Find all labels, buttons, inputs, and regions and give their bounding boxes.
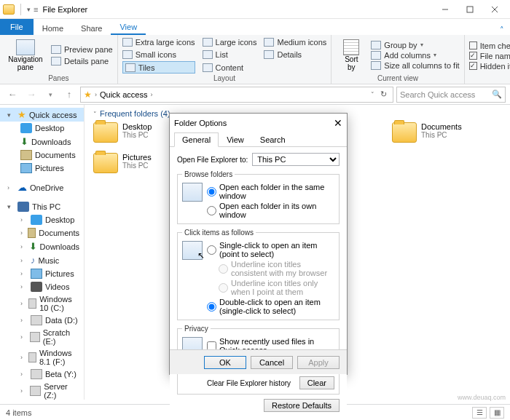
thumbnails-view-button[interactable]: ▦	[490, 407, 504, 419]
show-hide-group-label: Show/hide	[469, 75, 510, 85]
up-button[interactable]: ↑	[61, 87, 77, 103]
close-button[interactable]	[482, 1, 507, 17]
preview-pane-icon	[51, 45, 61, 54]
sort-icon	[343, 39, 359, 55]
details-view[interactable]: Details	[264, 49, 326, 60]
tree-quick-access[interactable]: ▾★Quick access	[0, 108, 84, 122]
pictures-icon	[31, 269, 42, 279]
apply-button[interactable]: Apply	[297, 356, 340, 369]
address-dropdown-icon[interactable]: ˅	[371, 91, 374, 98]
documents-icon	[28, 228, 36, 238]
tree-this-pc[interactable]: ▾This PC	[0, 200, 84, 213]
own-window-radio[interactable]: Open each folder in its own window	[207, 202, 334, 219]
extra-large-icons[interactable]: Extra large icons	[122, 36, 195, 47]
tree-pc-desktop[interactable]: ›Desktop	[0, 213, 84, 226]
pc-icon	[17, 202, 29, 212]
single-click-radio[interactable]: Single-click to open an item (point to s…	[207, 241, 334, 258]
breadcrumb[interactable]: Quick access	[100, 90, 147, 99]
tree-onedrive[interactable]: ›☁OneDrive	[0, 181, 84, 194]
search-tab[interactable]: Search	[252, 132, 294, 147]
tree-drive-d[interactable]: ›Data (D:)	[0, 314, 84, 327]
qat-menu-icon[interactable]: ≡	[34, 5, 38, 14]
tiles-view[interactable]: Tiles	[122, 61, 195, 74]
tree-pc-documents[interactable]: ›Documents	[0, 226, 84, 239]
address-bar[interactable]: ★ › Quick access › ˅ ↻	[80, 87, 393, 103]
ribbon: Navigationpane Preview pane Details pane…	[0, 35, 510, 84]
size-columns-button[interactable]: Size all columns to fit	[371, 61, 459, 70]
tree-pc-videos[interactable]: ›Videos	[0, 280, 84, 293]
tree-drive-y[interactable]: ›Beta (Y:)	[0, 368, 84, 381]
preview-pane-button[interactable]: Preview pane	[51, 45, 113, 54]
maximize-button[interactable]	[458, 1, 482, 17]
tree-desktop[interactable]: Desktop	[0, 122, 84, 135]
open-to-label: Open File Explorer to:	[177, 156, 248, 164]
small-icons[interactable]: Small icons	[122, 49, 195, 60]
large-icons[interactable]: Large icons	[203, 36, 257, 47]
medium-icons[interactable]: Medium icons	[264, 36, 326, 47]
collapse-ribbon-icon[interactable]: ˄	[494, 25, 510, 35]
details-view-button[interactable]: ☰	[472, 407, 487, 419]
general-tab[interactable]: General	[174, 132, 219, 147]
tree-pc-music[interactable]: ›♪Music	[0, 253, 84, 267]
recent-locations-button[interactable]: ▾	[42, 87, 58, 103]
item-checkboxes-toggle[interactable]: Item check boxes	[469, 41, 510, 50]
back-button[interactable]: ←	[4, 87, 20, 103]
folder-item[interactable]: DocumentsThis PC	[392, 122, 501, 143]
drive-icon	[28, 298, 36, 309]
tree-pc-pictures[interactable]: ›Pictures	[0, 267, 84, 280]
tree-pictures[interactable]: Pictures	[0, 162, 84, 175]
drive-icon	[31, 315, 42, 325]
tree-drive-c[interactable]: ›Windows 10 (C:)	[0, 293, 84, 314]
sort-by-button[interactable]: Sortby	[336, 36, 366, 74]
cancel-button[interactable]: Cancel	[251, 356, 293, 369]
share-tab[interactable]: Share	[72, 22, 111, 35]
search-placeholder: Search Quick access	[400, 90, 475, 99]
file-extensions-toggle[interactable]: ✓File name extensions	[469, 52, 510, 60]
desktop-icon	[20, 123, 32, 133]
dialog-close-button[interactable]: ✕	[334, 117, 342, 129]
underline-point-radio: Underline icon titles only when I point …	[207, 279, 334, 296]
ok-button[interactable]: OK	[204, 356, 246, 369]
details-pane-button[interactable]: Details pane	[51, 57, 113, 66]
desktop-icon	[31, 215, 42, 225]
navigation-tree[interactable]: ▾★Quick access Desktop ⬇Downloads Docume…	[0, 105, 85, 400]
browse-folders-group: Browse folders Open each folder in the s…	[177, 170, 340, 224]
minimize-button[interactable]	[433, 1, 458, 17]
tree-pc-downloads[interactable]: ›⬇Downloads	[0, 239, 84, 253]
double-click-radio[interactable]: Double-click to open an item (single-cli…	[207, 298, 334, 315]
qat-dropdown-icon[interactable]: ▾	[27, 6, 31, 13]
documents-icon	[20, 150, 32, 160]
restore-defaults-button[interactable]: Restore Defaults	[264, 399, 340, 412]
add-columns-button[interactable]: Add columns ▾	[371, 51, 459, 60]
layout-group-label: Layout	[122, 74, 327, 84]
clear-button[interactable]: Clear	[299, 376, 334, 389]
forward-button[interactable]: →	[23, 87, 39, 103]
search-box[interactable]: Search Quick access 🔍	[396, 87, 506, 103]
list-view[interactable]: List	[203, 49, 257, 60]
open-to-select[interactable]: This PC	[252, 153, 340, 166]
dialog-body: Open File Explorer to: This PC Browse fo…	[170, 147, 347, 418]
file-tab[interactable]: File	[0, 19, 34, 35]
refresh-button[interactable]: ↻	[377, 90, 390, 99]
group-by-button[interactable]: Group by ▾	[371, 41, 459, 49]
folder-options-dialog: Folder Options ✕ General View Search Ope…	[169, 113, 348, 375]
hidden-items-toggle[interactable]: ✓Hidden items	[469, 62, 510, 71]
dialog-title: Folder Options	[174, 119, 227, 127]
tree-drive-e[interactable]: ›Scratch (E:)	[0, 327, 84, 347]
chevron-right-icon[interactable]: ›	[95, 91, 97, 98]
tree-downloads[interactable]: ⬇Downloads	[0, 135, 84, 148]
same-window-radio[interactable]: Open each folder in the same window	[207, 183, 334, 200]
tree-drive-z[interactable]: ›Server (Z:)	[0, 381, 84, 400]
clear-history-label: Clear File Explorer history	[207, 379, 291, 387]
tree-drive-f[interactable]: ›Windows 8.1 (F:)	[0, 347, 84, 368]
downloads-icon: ⬇	[20, 136, 28, 147]
browse-legend: Browse folders	[182, 170, 235, 178]
view-tab-dialog[interactable]: View	[219, 132, 252, 147]
view-tab[interactable]: View	[111, 20, 146, 35]
navigation-pane-button[interactable]: Navigationpane	[4, 36, 47, 74]
panes-group-label: Panes	[4, 74, 113, 84]
chevron-right-icon[interactable]: ›	[150, 91, 152, 98]
tree-documents[interactable]: Documents	[0, 148, 84, 162]
content-view[interactable]: Content	[203, 61, 257, 74]
home-tab[interactable]: Home	[34, 22, 72, 35]
